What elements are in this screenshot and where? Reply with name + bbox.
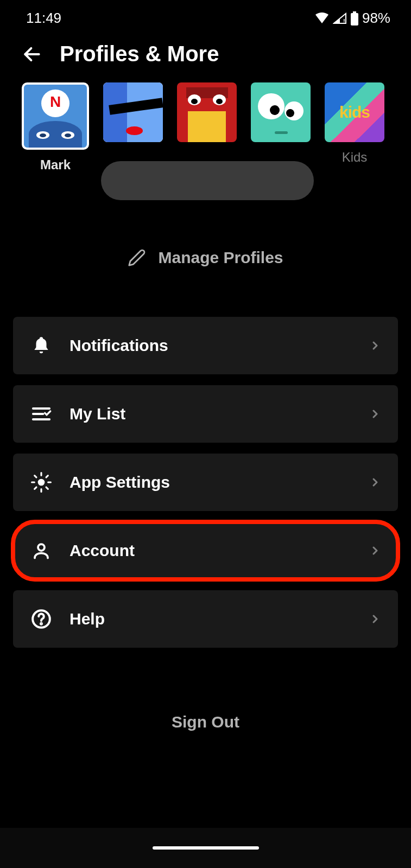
header: Profiles & More bbox=[0, 32, 411, 77]
list-icon bbox=[29, 402, 53, 426]
menu-item-notifications[interactable]: Notifications bbox=[13, 317, 398, 374]
pencil-icon bbox=[128, 248, 146, 267]
profile-kids[interactable]: kids Kids bbox=[325, 82, 384, 165]
avatar bbox=[22, 82, 89, 150]
svg-rect-2 bbox=[351, 13, 358, 25]
bell-icon bbox=[29, 334, 53, 358]
chevron-right-icon bbox=[369, 407, 382, 420]
back-button[interactable] bbox=[21, 43, 43, 66]
profile-item[interactable] bbox=[251, 82, 311, 142]
profile-name: Mark bbox=[40, 157, 71, 173]
svg-point-10 bbox=[41, 623, 42, 624]
menu-item-mylist[interactable]: My List bbox=[13, 385, 398, 443]
manage-profiles-button[interactable]: Manage Profiles bbox=[0, 238, 411, 278]
menu-item-account[interactable]: Account bbox=[13, 522, 398, 579]
profiles-row: Mark kids Kids bbox=[0, 77, 411, 173]
page-title: Profiles & More bbox=[60, 42, 219, 66]
redacted-names bbox=[101, 161, 314, 200]
status-bar: 11:49 ! 98% bbox=[0, 0, 411, 32]
avatar bbox=[251, 82, 311, 142]
signal-icon: ! bbox=[333, 12, 347, 24]
menu-label: App Settings bbox=[69, 473, 352, 492]
sign-out-button[interactable]: Sign Out bbox=[0, 702, 411, 742]
status-time: 11:49 bbox=[26, 10, 61, 27]
svg-point-8 bbox=[38, 544, 45, 551]
svg-point-7 bbox=[39, 480, 44, 485]
menu-item-appsettings[interactable]: App Settings bbox=[13, 454, 398, 511]
chevron-right-icon bbox=[369, 544, 382, 557]
menu-label: Notifications bbox=[69, 336, 352, 355]
status-icons: ! 98% bbox=[314, 10, 390, 27]
profile-mark[interactable]: Mark bbox=[22, 82, 89, 173]
menu-list: Notifications My List App Settings Accou… bbox=[0, 278, 411, 648]
person-icon bbox=[29, 539, 53, 563]
avatar bbox=[103, 82, 163, 142]
chevron-right-icon bbox=[369, 612, 382, 626]
help-icon bbox=[29, 607, 53, 631]
chevron-right-icon bbox=[369, 339, 382, 352]
home-indicator[interactable] bbox=[153, 846, 259, 850]
profile-item[interactable] bbox=[103, 82, 163, 142]
avatar: kids bbox=[325, 82, 384, 142]
manage-profiles-label: Manage Profiles bbox=[158, 248, 283, 267]
battery-percent: 98% bbox=[362, 10, 390, 27]
menu-label: My List bbox=[69, 405, 352, 423]
menu-label: Account bbox=[69, 541, 352, 560]
profile-item[interactable] bbox=[177, 82, 237, 142]
chevron-right-icon bbox=[369, 476, 382, 489]
menu-label: Help bbox=[69, 610, 352, 628]
avatar bbox=[177, 82, 237, 142]
svg-text:!: ! bbox=[343, 18, 345, 24]
svg-rect-1 bbox=[353, 11, 356, 13]
wifi-icon bbox=[314, 12, 330, 24]
battery-icon bbox=[350, 11, 359, 25]
gear-icon bbox=[29, 470, 53, 494]
profile-name: Kids bbox=[342, 150, 368, 165]
menu-item-help[interactable]: Help bbox=[13, 590, 398, 648]
arrow-left-icon bbox=[22, 44, 42, 65]
